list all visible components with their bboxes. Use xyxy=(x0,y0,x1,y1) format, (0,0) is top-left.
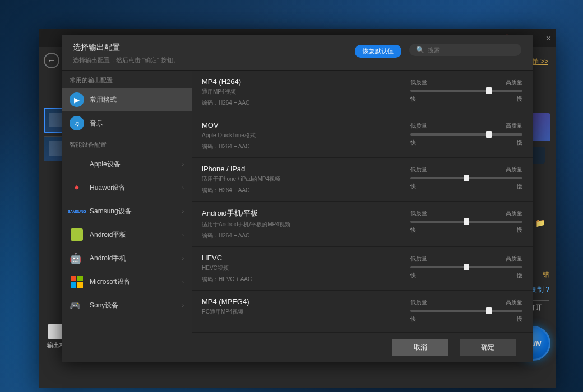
sidebar-section-common: 常用的输出配置 xyxy=(62,71,192,88)
quality-high-label: 高质量 xyxy=(506,78,522,86)
format-row[interactable]: MOV Apple QuickTime格式 编码：H264 + AAC 低质量高… xyxy=(192,114,533,158)
music-note-icon: ♫ xyxy=(70,116,84,130)
microsoft-icon xyxy=(70,274,84,289)
speed-slow-label: 慢 xyxy=(517,272,522,279)
main-window: Winxvideo AI 🛒 ⚙ — ✕ ← 返 首发促销 >> 📷 📁 错 复… xyxy=(39,29,556,388)
search-icon: 🔍 xyxy=(416,46,424,54)
chevron-right-icon: › xyxy=(182,279,184,285)
android-phone-icon: 🤖 xyxy=(70,251,84,265)
quality-slider[interactable] xyxy=(410,177,522,179)
quality-high-label: 高质量 xyxy=(506,209,522,217)
sidebar-section-device: 智能设备配置 xyxy=(62,135,192,152)
search-input[interactable] xyxy=(428,46,515,53)
modal-subtitle: 选择输出配置，然后点击 "确定" 按钮。 xyxy=(73,56,355,64)
ok-button[interactable]: 确定 xyxy=(460,339,516,356)
sidebar-item-label: Android平板 xyxy=(90,230,126,240)
android-tablet-icon xyxy=(70,227,84,242)
quality-slider[interactable] xyxy=(410,266,522,268)
sidebar-item-label: Apple设备 xyxy=(90,160,121,169)
sidebar-item-music[interactable]: ♫音乐 xyxy=(62,111,192,135)
sidebar-item-label: Sony设备 xyxy=(90,301,118,310)
sidebar-item-samsung[interactable]: SAMSUNGSamsung设备 › xyxy=(62,199,192,223)
speed-fast-label: 快 xyxy=(410,183,416,190)
quality-high-label: 高质量 xyxy=(506,166,522,174)
quality-low-label: 低质量 xyxy=(410,122,427,130)
quality-slider[interactable] xyxy=(410,90,522,92)
sidebar-item-apple[interactable]: Apple设备 › xyxy=(62,152,192,176)
format-row[interactable]: MP4 (MPEG4) PC通用MP4视频 低质量高质量 快慢 xyxy=(192,291,533,333)
format-desc: HEVC视频 xyxy=(202,264,410,272)
format-codec: 编码：HEVC + AAC xyxy=(202,276,410,283)
speed-slow-label: 慢 xyxy=(517,226,522,234)
format-desc: PC通用MP4视频 xyxy=(202,308,410,316)
sidebar-item-play[interactable]: ▶常用格式 xyxy=(62,88,192,111)
format-desc: Apple QuickTime格式 xyxy=(202,132,410,139)
format-title: HEVC xyxy=(202,254,410,262)
quality-low-label: 低质量 xyxy=(410,78,427,86)
sidebar-item-android2[interactable]: 🤖Android手机 › xyxy=(62,246,192,270)
chevron-right-icon: › xyxy=(182,161,184,167)
apple-icon xyxy=(70,157,84,171)
chevron-right-icon: › xyxy=(182,208,184,214)
search-input-wrapper[interactable]: 🔍 xyxy=(409,44,521,56)
format-row[interactable]: HEVC HEVC视频 编码：HEVC + AAC 低质量高质量 快慢 xyxy=(192,247,533,291)
sidebar-item-label: Huawei设备 xyxy=(90,183,126,193)
speed-slow-label: 慢 xyxy=(517,95,522,103)
quality-low-label: 低质量 xyxy=(410,209,427,217)
quality-slider[interactable] xyxy=(410,133,522,136)
format-row[interactable]: Android手机/平板 适用于Android手机/平板的MP4视频 编码：H2… xyxy=(192,202,533,247)
quality-low-label: 低质量 xyxy=(410,166,427,174)
sidebar-item-sony[interactable]: 🎮Sony设备 › xyxy=(62,293,192,317)
sidebar-item-ms[interactable]: Microsoft设备 › xyxy=(62,270,192,293)
reset-defaults-button[interactable]: 恢复默认值 xyxy=(355,45,401,58)
output-config-modal: 选择输出配置 选择输出配置，然后点击 "确定" 按钮。 恢复默认值 🔍 常用的输… xyxy=(62,35,533,362)
huawei-icon: ❋ xyxy=(70,180,84,195)
cancel-button[interactable]: 取消 xyxy=(392,339,448,356)
modal-title: 选择输出配置 xyxy=(73,43,355,53)
format-desc: 适用于Android手机/平板的MP4视频 xyxy=(202,221,410,228)
format-desc: 通用MP4视频 xyxy=(202,88,410,96)
quality-high-label: 高质量 xyxy=(506,122,522,130)
sidebar-item-label: Microsoft设备 xyxy=(90,277,131,287)
samsung-icon: SAMSUNG xyxy=(70,204,84,218)
playstation-icon: 🎮 xyxy=(70,298,84,312)
folder-icon[interactable]: 📁 xyxy=(535,218,545,227)
category-sidebar: 常用的输出配置 ▶常用格式 ♫音乐 智能设备配置 Apple设备 › ❋Huaw… xyxy=(62,71,192,333)
quality-high-label: 高质量 xyxy=(506,255,522,263)
speed-fast-label: 快 xyxy=(410,139,416,147)
close-icon[interactable]: ✕ xyxy=(545,34,552,43)
quality-slider[interactable] xyxy=(410,310,522,312)
sidebar-item-label: Android手机 xyxy=(90,254,126,263)
back-button[interactable]: ← xyxy=(44,53,59,68)
format-row[interactable]: iPhone / iPad 适用于iPhone / iPad的MP4视频 编码：… xyxy=(192,158,533,202)
sidebar-item-label: Samsung设备 xyxy=(90,207,132,216)
format-desc: 适用于iPhone / iPad的MP4视频 xyxy=(202,175,410,183)
speed-fast-label: 快 xyxy=(410,315,416,323)
chevron-right-icon: › xyxy=(182,302,184,309)
chevron-right-icon: › xyxy=(182,232,184,238)
speed-slow-label: 慢 xyxy=(517,139,522,147)
format-title: MP4 (MPEG4) xyxy=(202,297,410,306)
format-codec: 编码：H264 + AAC xyxy=(202,143,410,151)
speed-fast-label: 快 xyxy=(410,95,416,103)
sidebar-item-label: 常用格式 xyxy=(90,95,117,105)
format-codec: 编码：H264 + AAC xyxy=(202,232,410,240)
chevron-right-icon: › xyxy=(182,185,184,191)
quality-low-label: 低质量 xyxy=(410,298,427,306)
format-codec: 编码：H264 + AAC xyxy=(202,99,410,107)
format-title: MOV xyxy=(202,121,410,129)
sidebar-item-android[interactable]: Android平板 › xyxy=(62,223,192,246)
format-title: Android手机/平板 xyxy=(202,208,410,218)
format-list: MP4 (H264) 通用MP4视频 编码：H264 + AAC 低质量高质量 … xyxy=(192,71,533,333)
sidebar-item-huawei[interactable]: ❋Huawei设备 › xyxy=(62,176,192,199)
quality-low-label: 低质量 xyxy=(410,255,427,263)
speed-slow-label: 慢 xyxy=(517,315,522,323)
quality-high-label: 高质量 xyxy=(506,298,522,306)
speed-slow-label: 慢 xyxy=(517,183,522,190)
format-codec: 编码：H264 + AAC xyxy=(202,186,410,194)
chevron-right-icon: › xyxy=(182,255,184,262)
monitor-play-icon: ▶ xyxy=(70,92,84,107)
format-row[interactable]: MP4 (H264) 通用MP4视频 编码：H264 + AAC 低质量高质量 … xyxy=(192,71,533,114)
format-title: MP4 (H264) xyxy=(202,77,410,86)
quality-slider[interactable] xyxy=(410,221,522,223)
